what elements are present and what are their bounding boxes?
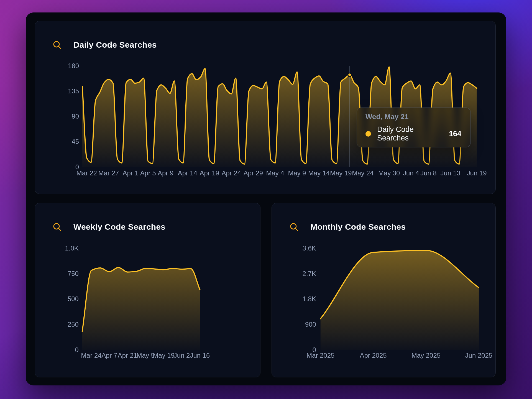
x-tick-label: Apr 5: [140, 169, 156, 177]
y-tick-label: 0: [75, 346, 78, 354]
card-header: Daily Code Searches: [52, 39, 157, 50]
y-tick-label: 250: [68, 321, 79, 328]
x-tick-label: May 2025: [411, 352, 441, 359]
card-title: Weekly Code Searches: [73, 222, 165, 232]
x-tick-label: Apr 2025: [360, 352, 387, 359]
search-icon: [289, 222, 299, 232]
x-tick-label: Jun 8: [420, 169, 436, 177]
monthly-searches-card: Monthly Code Searches 09001.8K2.7K3.6KMa…: [272, 203, 496, 377]
x-tick-label: Jun 2025: [465, 352, 492, 359]
x-tick-label: Apr 14: [178, 169, 197, 177]
x-tick-label: Apr 7: [101, 352, 117, 359]
x-tick-label: Mar 24: [81, 352, 101, 359]
card-title: Daily Code Searches: [73, 40, 157, 50]
daily-searches-card: Daily Code Searches 04590135180Mar 22Mar…: [35, 21, 496, 194]
area-fill: [321, 250, 479, 350]
x-tick-label: May 5: [137, 352, 155, 359]
y-tick-label: 90: [72, 112, 79, 120]
area-fill: [82, 267, 200, 350]
y-tick-label: 900: [305, 321, 316, 328]
x-tick-label: May 9: [288, 169, 306, 177]
search-icon: [52, 40, 62, 50]
x-tick-label: Mar 22: [76, 169, 97, 177]
x-tick-label: Apr 1: [123, 169, 139, 177]
series-dot-icon: [365, 131, 371, 137]
x-tick-label: Apr 19: [200, 169, 219, 177]
x-tick-label: Jun 13: [441, 169, 461, 177]
x-tick-label: Jun 16: [190, 352, 210, 359]
card-header: Monthly Code Searches: [289, 221, 406, 232]
y-tick-label: 135: [68, 87, 79, 95]
y-tick-label: 45: [72, 138, 79, 145]
tooltip-value: 164: [449, 130, 461, 138]
x-tick-label: Mar 27: [98, 169, 119, 177]
x-tick-label: Apr 29: [244, 169, 263, 177]
y-tick-label: 750: [68, 270, 79, 277]
x-tick-label: May 19: [330, 169, 352, 177]
card-header: Weekly Code Searches: [52, 221, 165, 232]
y-tick-label: 1.8K: [303, 295, 316, 303]
y-tick-label: 1.0K: [65, 244, 79, 252]
tooltip-date: Wed, May 21: [365, 112, 461, 121]
x-tick-label: Apr 24: [222, 169, 241, 177]
chart-tooltip: Wed, May 21 Daily Code Searches 164: [357, 108, 471, 147]
y-tick-label: 3.6K: [303, 244, 316, 252]
active-point-dot: [348, 73, 351, 76]
x-tick-label: May 30: [378, 169, 400, 177]
x-tick-label: May 14: [308, 169, 330, 177]
y-tick-label: 180: [68, 62, 79, 70]
x-tick-label: May 4: [266, 169, 284, 177]
weekly-searches-card: Weekly Code Searches 02505007501.0KMar 2…: [35, 203, 260, 377]
dashboard-panel: Daily Code Searches 04590135180Mar 22Mar…: [26, 12, 506, 385]
x-tick-label: Mar 2025: [306, 352, 334, 359]
tooltip-series-row: Daily Code Searches 164: [365, 125, 461, 142]
tooltip-series-label: Daily Code Searches: [377, 125, 443, 142]
y-tick-label: 2.7K: [303, 270, 316, 277]
y-tick-label: 500: [68, 295, 79, 303]
search-icon: [52, 222, 62, 232]
x-tick-label: Jun 4: [403, 169, 419, 177]
x-tick-label: May 24: [352, 169, 374, 177]
x-tick-label: Jun 19: [467, 169, 487, 177]
card-title: Monthly Code Searches: [310, 222, 406, 232]
x-tick-label: Jun 2: [174, 352, 190, 359]
x-tick-label: Apr 21: [118, 352, 137, 359]
x-tick-label: May 19: [153, 352, 175, 359]
x-tick-label: Apr 9: [158, 169, 173, 177]
